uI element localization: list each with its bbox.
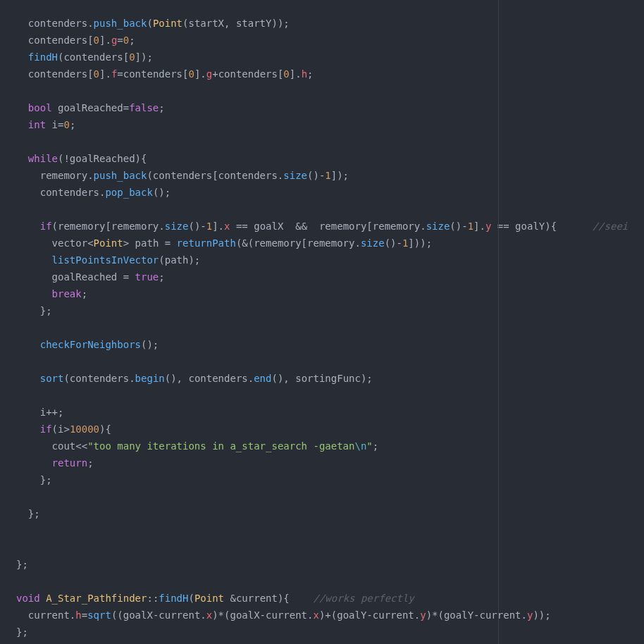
code-line — [16, 573, 644, 590]
code-line — [16, 133, 644, 150]
code-line: contenders[0].f=contenders[0].g+contende… — [16, 66, 644, 82]
code-line: break; — [16, 285, 644, 302]
code-line: rememory.push_back(contenders[contenders… — [16, 167, 644, 184]
code-editor[interactable]: contenders.push_back(Point(startX, start… — [0, 0, 644, 644]
code-line: while(!goalReached){ — [16, 150, 644, 167]
code-line: }; — [16, 505, 644, 522]
code-line — [16, 353, 644, 370]
code-line — [16, 387, 644, 404]
code-line: void A_Star_Pathfinder::findH(Point &cur… — [16, 590, 644, 607]
code-line: }; — [16, 471, 644, 488]
code-line: sort(contenders.begin(), contenders.end(… — [16, 370, 644, 387]
code-line: return; — [16, 454, 644, 471]
code-line: contenders.push_back(Point(startX, start… — [16, 15, 644, 32]
code-content: contenders.push_back(Point(startX, start… — [16, 15, 644, 640]
code-line: findH(contenders[0]); — [16, 49, 644, 66]
code-line: listPointsInVector(path); — [16, 252, 644, 268]
editor-ruler — [498, 0, 499, 644]
code-line: int i=0; — [16, 116, 644, 133]
code-line: checkForNeighbors(); — [16, 336, 644, 353]
code-line: }; — [16, 624, 644, 640]
code-line: if(rememory[rememory.size()-1].x == goal… — [16, 218, 644, 235]
code-line: }; — [16, 556, 644, 573]
code-line — [16, 82, 644, 99]
code-line — [16, 201, 644, 218]
code-line: bool goalReached=false; — [16, 99, 644, 116]
code-line: contenders[0].g=0; — [16, 32, 644, 49]
code-line — [16, 522, 644, 539]
code-line: current.h=sqrt((goalX-current.x)*(goalX-… — [16, 607, 644, 624]
code-line: if(i>10000){ — [16, 421, 644, 438]
code-line — [16, 488, 644, 505]
code-line: cout<<"too many iterations in a_star_sea… — [16, 438, 644, 454]
code-line: vector<Point> path = returnPath(&(rememo… — [16, 235, 644, 252]
code-line: i++; — [16, 404, 644, 421]
code-line: goalReached = true; — [16, 268, 644, 285]
code-line — [16, 319, 644, 336]
code-line — [16, 539, 644, 556]
code-line: }; — [16, 302, 644, 319]
code-line: contenders.pop_back(); — [16, 184, 644, 201]
